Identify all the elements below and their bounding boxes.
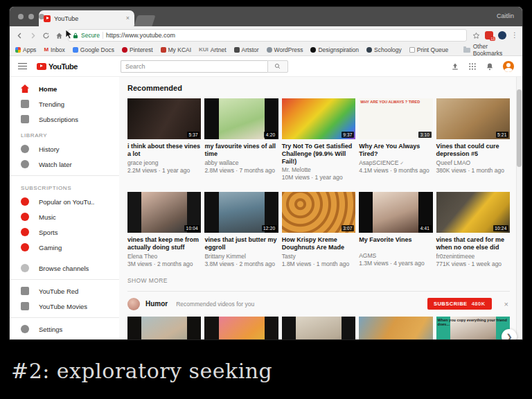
video-channel[interactable]: Tasty <box>282 253 355 260</box>
back-icon[interactable] <box>15 31 24 39</box>
bookmark-item-schoology[interactable]: Schoology <box>366 46 402 53</box>
sidebar-item-youtube-red[interactable]: YouTube Red <box>10 283 119 299</box>
video-thumbnail[interactable]: 8:12 <box>127 317 201 339</box>
bookmark-item-inbox[interactable]: MInbox <box>44 46 64 53</box>
bookmark-item-my-kcai[interactable]: My KCAI <box>161 46 192 53</box>
sidebar-item-help[interactable]: Help <box>10 337 119 339</box>
shelf-video-card[interactable]: what are you looking for8:31 <box>359 317 432 339</box>
video-thumbnail[interactable]: WHY ARE YOU ALWAYS ? TIRED3:10 <box>359 98 432 139</box>
video-title[interactable]: Why Are You Always Tired? <box>359 143 432 158</box>
extension-icon-1[interactable]: 13 <box>485 31 493 39</box>
video-title[interactable]: vines that keep me from actually doing s… <box>127 236 201 251</box>
sidebar-item-settings[interactable]: Settings <box>10 321 119 337</box>
video-channel[interactable]: Queef LMAO <box>436 159 510 166</box>
sidebar-item-music[interactable]: Music <box>10 209 119 224</box>
video-channel[interactable]: Elena Theo <box>127 253 201 260</box>
sidebar-item-history[interactable]: History <box>10 141 119 157</box>
address-bar[interactable]: Secure https://www.youtube.com <box>68 29 467 42</box>
channel-avatar[interactable] <box>127 298 140 310</box>
sidebar-item-watch-later[interactable]: Watch later <box>10 157 119 172</box>
reload-icon[interactable] <box>42 31 50 39</box>
video-channel[interactable]: fr0zenintimeee <box>436 253 510 260</box>
bookmark-item-wordpress[interactable]: WordPress <box>267 46 303 53</box>
video-title[interactable]: my favourite vines of all time <box>204 143 278 158</box>
dismiss-shelf-icon[interactable]: × <box>504 300 508 308</box>
sidebar-item-home[interactable]: Home <box>10 81 119 96</box>
extension-icon-2[interactable] <box>498 31 506 39</box>
bookmark-item-artnet[interactable]: KUIArtnet <box>199 46 226 53</box>
bookmark-item-artstor[interactable]: Artstor <box>234 46 259 53</box>
upload-icon[interactable] <box>451 62 459 71</box>
video-card[interactable]: 12:20vines that just butter my eggrollBr… <box>204 192 278 267</box>
video-title[interactable]: i think about these vines a lot <box>127 143 201 158</box>
video-channel[interactable]: abby wallace <box>204 159 278 166</box>
video-channel[interactable]: AsapSCIENCE ✓ <box>359 159 432 166</box>
subscribe-button[interactable]: SUBSCRIBE 480K <box>427 298 492 310</box>
video-thumbnail[interactable]: 4:20 <box>204 98 278 139</box>
video-title[interactable]: Vines that could cure depression #5 <box>436 143 510 158</box>
search-input[interactable] <box>121 60 267 73</box>
video-thumbnail[interactable]: 9:37 <box>282 98 355 139</box>
video-title[interactable]: vines that just butter my eggroll <box>204 236 278 251</box>
video-title[interactable]: My Favorite Vines <box>359 236 432 251</box>
video-card[interactable]: 3:07How Krispy Kreme Doughnuts Are MadeT… <box>282 192 355 267</box>
video-card[interactable]: 9:37Try Not To Get Satisfied Challenge (… <box>282 98 355 181</box>
new-tab-button[interactable] <box>134 15 155 26</box>
video-thumbnail[interactable]: what are you looking for8:31 <box>359 317 432 339</box>
notifications-bell-icon[interactable] <box>486 62 494 71</box>
video-channel[interactable]: Brittany Kimmel <box>204 253 278 260</box>
video-thumbnail[interactable]: When you copy everything your friend doe… <box>436 317 510 339</box>
forward-icon[interactable] <box>28 31 37 39</box>
video-card[interactable]: 5:21Vines that could cure depression #5Q… <box>436 98 510 181</box>
video-thumbnail[interactable]: 26:54 <box>282 317 355 339</box>
video-channel[interactable]: grace jeong <box>127 159 201 166</box>
sidebar-item-popular-on-youtu-[interactable]: Popular on YouTu.. <box>10 194 119 209</box>
close-window-button[interactable] <box>18 14 24 19</box>
bookmark-item-google-docs[interactable]: Google Docs <box>73 46 114 53</box>
bookmark-item-print-queue[interactable]: Print Queue <box>409 46 448 53</box>
account-avatar[interactable] <box>503 61 514 72</box>
show-more-button[interactable]: SHOW MORE <box>127 277 510 284</box>
search-button[interactable] <box>267 60 288 73</box>
page-scrollbar[interactable] <box>516 77 522 339</box>
shelf-video-card[interactable]: 9:02 <box>204 317 278 339</box>
video-thumbnail[interactable]: 5:37 <box>127 98 201 139</box>
video-thumbnail[interactable]: 12:20 <box>204 192 278 233</box>
video-card[interactable]: 4:41My Favorite VinesAGMS1.3M views · 4 … <box>359 192 432 267</box>
video-title[interactable]: How Krispy Kreme Doughnuts Are Made <box>282 236 355 251</box>
video-card[interactable]: 10:04vines that keep me from actually do… <box>127 192 201 267</box>
sidebar-item-browse-channels[interactable]: Browse channels <box>10 260 119 276</box>
video-channel[interactable]: AGMS <box>359 252 432 259</box>
browser-tab-youtube[interactable]: YouTube × <box>39 10 134 26</box>
carousel-next-button[interactable]: ❯ <box>502 329 517 339</box>
video-thumbnail[interactable]: 10:04 <box>127 192 201 233</box>
shelf-video-card[interactable]: When you copy everything your friend doe… <box>436 317 510 339</box>
video-title[interactable]: vines that cared for me when no one else… <box>436 236 510 251</box>
video-thumbnail[interactable]: 3:07 <box>282 192 355 233</box>
video-channel[interactable]: Mr. Melotte <box>282 166 355 173</box>
video-card[interactable]: WHY ARE YOU ALWAYS ? TIRED3:10Why Are Yo… <box>359 98 432 181</box>
video-thumbnail[interactable]: 10:24 <box>436 192 510 233</box>
sidebar-item-youtube-movies[interactable]: YouTube Movies <box>10 299 119 314</box>
bookmark-item-designspiration[interactable]: Designspiration <box>310 46 359 53</box>
video-card[interactable]: 4:20my favourite vines of all timeabby w… <box>204 98 278 181</box>
apps-grid-icon[interactable] <box>468 62 477 71</box>
minimize-window-button[interactable] <box>28 14 34 19</box>
bookmark-item-apps[interactable]: Apps <box>15 46 36 53</box>
shelf-video-card[interactable]: 8:12 <box>127 317 201 339</box>
scrollbar-thumb[interactable] <box>517 89 522 167</box>
video-thumbnail[interactable]: 4:41 <box>359 192 432 233</box>
shelf-video-card[interactable]: 26:54 <box>282 317 355 339</box>
window-controls[interactable] <box>18 14 44 19</box>
video-card[interactable]: 5:37i think about these vines a lotgrace… <box>127 98 201 181</box>
bookmark-item-pinterest[interactable]: Pinterest <box>122 46 153 53</box>
other-bookmarks-button[interactable]: Other Bookmarks <box>463 43 517 57</box>
video-title[interactable]: Try Not To Get Satisfied Challenge (99.9… <box>282 143 355 165</box>
video-thumbnail[interactable]: 9:02 <box>204 317 278 339</box>
youtube-logo[interactable]: YouTube <box>37 62 78 71</box>
sidebar-item-trending[interactable]: Trending <box>10 96 119 112</box>
bookmark-star-icon[interactable] <box>472 31 480 39</box>
channel-name[interactable]: Humor <box>145 300 168 308</box>
video-card[interactable]: 10:24vines that cared for me when no one… <box>436 192 510 267</box>
video-thumbnail[interactable]: 5:21 <box>436 98 510 139</box>
